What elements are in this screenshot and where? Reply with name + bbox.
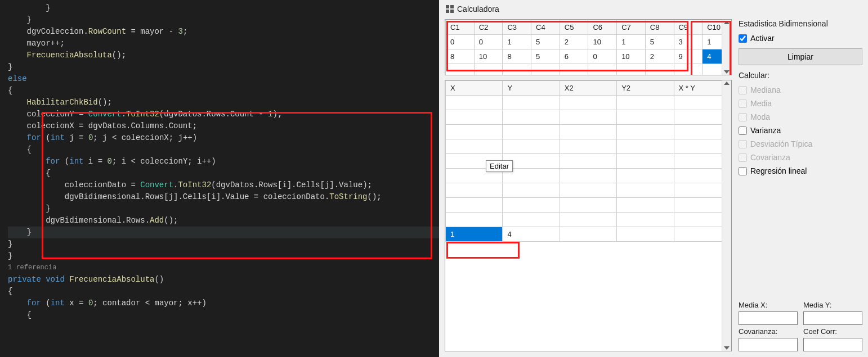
code-line[interactable]: coleccionDato = Convert.ToInt32(dgvDatos… [8,179,439,191]
code-line[interactable]: { [8,144,439,156]
scroll-up-icon[interactable] [724,82,730,85]
table-row[interactable] [446,183,731,198]
table-row[interactable] [446,139,731,154]
grid-cell[interactable] [446,198,503,213]
grid-cell[interactable]: 2 [560,35,588,49]
code-line[interactable]: } [8,227,439,238]
calc-option[interactable]: Regresión lineal [739,166,862,175]
grid-cell[interactable] [560,213,616,227]
table-row[interactable]: 00152101531 [446,35,731,49]
grid-cell[interactable]: 0 [446,35,475,49]
grid-cell[interactable] [503,64,531,76]
grid-cell[interactable] [617,64,646,76]
activar-checkbox[interactable] [739,34,747,43]
code-line[interactable]: } [8,61,439,73]
code-editor[interactable]: } } dgvColeccion.RowCount = mayor - 3; m… [0,0,439,357]
column-header[interactable]: Y2 [617,81,674,96]
grid-cell[interactable] [446,139,503,154]
column-header[interactable]: C9 [674,20,703,35]
grid-cell[interactable]: 0 [474,35,503,49]
table-row[interactable] [446,198,731,213]
grid-cell[interactable] [560,183,616,198]
grid-cell[interactable] [560,64,588,76]
code-line[interactable]: coleccionY = Convert.ToInt32(dgvDatos.Ro… [8,109,439,120]
table-row[interactable] [446,125,731,139]
code-line[interactable]: dgvBidimensional.Rows[j].Cells[i].Value … [8,191,439,203]
option-checkbox[interactable] [739,126,747,135]
column-header[interactable]: C8 [645,20,674,35]
column-header[interactable]: C7 [617,20,646,35]
grid-cell[interactable] [503,139,560,154]
scroll-down-icon[interactable] [724,70,730,74]
grid-cell[interactable]: 5 [531,49,560,64]
grid-cell[interactable]: 10 [617,49,646,64]
grid-cell[interactable] [560,198,616,213]
grid-cell[interactable] [560,169,616,183]
grid-cell[interactable] [503,110,560,125]
activar-checkbox-row[interactable]: Activar [739,34,862,43]
column-header[interactable]: X2 [560,81,616,96]
grid-cell[interactable] [474,64,503,76]
grid-cell[interactable] [560,227,616,242]
code-line[interactable]: dgvColeccion.RowCount = mayor - 3; [8,26,439,38]
grid-cell[interactable]: 3 [674,35,703,49]
grid-cell[interactable] [560,139,616,154]
code-line[interactable]: for (int j = 0; j < coleccionX; j++) [8,132,439,144]
column-header[interactable]: C4 [531,20,560,35]
table-row[interactable]: 810856010294 [446,49,731,64]
table-row[interactable] [446,213,731,227]
grid-cell[interactable] [446,110,503,125]
code-line[interactable]: } [8,2,439,14]
code-line[interactable]: coleccionX = dgvDatos.Columns.Count; [8,120,439,132]
scrollbar-vertical[interactable] [722,80,731,351]
grid-cell[interactable] [617,110,674,125]
code-line[interactable]: mayor++; [8,38,439,49]
column-header[interactable]: C2 [474,20,503,35]
column-header[interactable]: C6 [588,20,617,35]
grid-cell[interactable] [503,96,560,110]
grid-cell[interactable]: 5 [645,35,674,49]
grid-cell[interactable] [617,227,674,242]
grid-cell[interactable] [617,183,674,198]
grid-cell[interactable] [617,154,674,169]
grid-cell[interactable] [560,96,616,110]
code-line[interactable]: else [8,73,439,85]
grid-cell[interactable] [588,64,617,76]
table-row[interactable] [446,96,731,110]
grid-cell[interactable] [531,64,560,76]
calc-option[interactable]: Varianza [739,126,862,135]
grid-cell[interactable] [674,64,703,76]
grid-cell[interactable] [617,169,674,183]
grid-cell[interactable] [503,125,560,139]
code-line[interactable]: } [8,14,439,26]
column-header[interactable]: X [446,81,503,96]
grid-cell[interactable]: 2 [645,49,674,64]
grid-cell[interactable] [617,198,674,213]
column-header[interactable]: C3 [503,20,531,35]
grid-cell[interactable] [560,125,616,139]
grid-cell[interactable] [617,125,674,139]
grid-cell[interactable] [446,183,503,198]
grid-cell[interactable] [560,110,616,125]
scroll-down-icon[interactable] [724,346,730,350]
grid-cell[interactable] [617,139,674,154]
grid-cell[interactable]: 1 [503,35,531,49]
grid-cell[interactable] [503,183,560,198]
code-line[interactable]: for (int i = 0; i < coleccionY; i++) [8,156,439,168]
grid-cell[interactable]: 10 [588,35,617,49]
grid-cell[interactable]: 6 [560,49,588,64]
code-line[interactable]: { [8,286,439,297]
column-header[interactable]: C1 [446,20,475,35]
grid-cell[interactable] [446,213,503,227]
limpiar-button[interactable]: Limpiar [739,48,862,65]
scroll-up-icon[interactable] [724,21,730,24]
grid-cell[interactable] [446,125,503,139]
grid-cell[interactable] [645,64,674,76]
grid-cell[interactable] [446,64,475,76]
grid-cell[interactable] [503,213,560,227]
code-line[interactable]: } [8,238,439,250]
column-header[interactable]: C5 [560,20,588,35]
code-lens[interactable]: 1 referencia [8,262,439,274]
code-line[interactable]: { [8,85,439,97]
code-line[interactable]: } [8,203,439,215]
